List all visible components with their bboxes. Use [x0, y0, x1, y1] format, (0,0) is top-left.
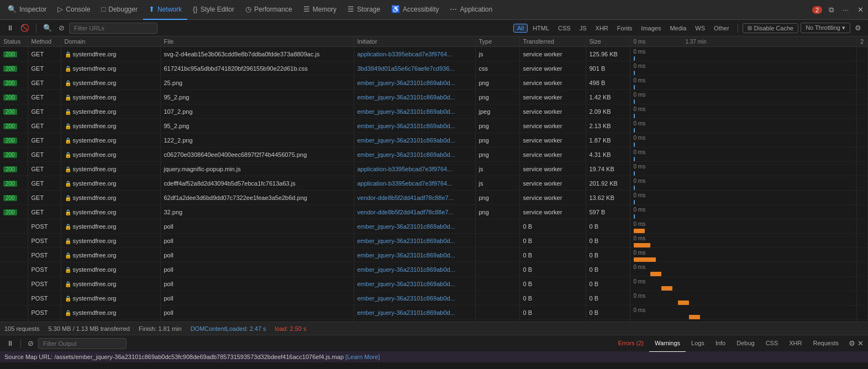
cell-domain: 🔒 systemdfree.org [61, 104, 160, 119]
table-row[interactable]: POST🔒 systemdfree.orgpollember_jquery-36… [0, 234, 868, 248]
tab-storage-label: Storage [357, 6, 380, 13]
cell-extra [857, 162, 868, 176]
disable-cache-button[interactable]: Disable Cache [743, 23, 799, 33]
table-row[interactable]: 200GET🔒 systemdfree.org107_2.pngember_jq… [0, 104, 868, 119]
console-tab-css[interactable]: CSS [760, 335, 784, 352]
cell-status [0, 248, 28, 262]
table-row[interactable]: POST🔒 systemdfree.orgpollember_jquery-36… [0, 305, 868, 320]
filter-media[interactable]: Media [666, 24, 690, 33]
console-tab-warnings[interactable]: Warnings [649, 335, 686, 352]
table-row[interactable]: 200GET🔒 systemdfree.org617241bc95a5dbbd7… [0, 61, 868, 76]
filter-urls-input[interactable] [69, 23, 157, 34]
filter-other[interactable]: Other [710, 24, 733, 33]
tab-debugger[interactable]: □ Debugger [96, 0, 143, 20]
network-table-container[interactable]: Status Method Domain File Initiator Type… [0, 36, 868, 321]
table-row[interactable]: POST🔒 systemdfree.orgpollember_jquery-36… [0, 277, 868, 291]
col-header-status[interactable]: Status [0, 36, 28, 47]
table-row[interactable]: 200GET🔒 systemdfree.org25.pngember_jquer… [0, 76, 868, 90]
table-row[interactable]: 200GET🔒 systemdfree.org95_2.pngember_jqu… [0, 90, 868, 104]
tab-performance-label: Performance [254, 6, 292, 13]
col-header-transferred[interactable]: Transferred [519, 36, 586, 47]
col-header-domain[interactable]: Domain [61, 36, 160, 47]
col-header-timeline[interactable]: 0 ms 1.37 min [630, 36, 857, 47]
learn-more-link[interactable]: [Learn More] [345, 354, 380, 360]
cell-type: png [475, 90, 519, 104]
cell-method: GET [28, 133, 61, 147]
filter-icon[interactable]: ⊘ [56, 23, 67, 33]
col-header-method[interactable]: Method [28, 36, 61, 47]
cell-domain: 🔒 systemdfree.org [61, 147, 160, 162]
tab-inspector[interactable]: 🔍 Inspector [2, 0, 52, 20]
console-tab-requests[interactable]: Requests [808, 335, 844, 352]
more-tools-button[interactable]: ··· [840, 4, 851, 15]
table-row[interactable]: 200GET🔒 systemdfree.orgjquery.magnific-p… [0, 162, 868, 176]
console-tab-logs[interactable]: Logs [686, 335, 710, 352]
table-row[interactable]: 200GET🔒 systemdfree.orgcdefff4af52a8d2d4… [0, 176, 868, 191]
tab-console[interactable]: ▷ Console [52, 0, 96, 20]
tab-storage[interactable]: ☰ Storage [342, 0, 386, 20]
table-row[interactable]: 200GET🔒 systemdfree.orgc06270e0308640ee0… [0, 147, 868, 162]
console-filter-icon[interactable]: ⊘ [25, 338, 36, 349]
cell-transferred: 0 B [519, 248, 586, 262]
tab-style-editor[interactable]: {} Style Editor [187, 0, 240, 20]
filter-js[interactable]: JS [576, 24, 591, 33]
console-tab-debug[interactable]: Debug [731, 335, 760, 352]
clear-button[interactable]: 🚫 [18, 23, 31, 33]
cell-status: 200 [0, 205, 28, 219]
cell-method: GET [28, 61, 61, 76]
filter-images[interactable]: Images [637, 24, 665, 33]
table-row[interactable]: POST🔒 systemdfree.orgpollember_jquery-36… [0, 291, 868, 305]
col-header-size[interactable]: Size [586, 36, 630, 47]
cell-method: GET [28, 147, 61, 162]
cell-file: 107_2.png [160, 104, 354, 119]
tab-accessibility[interactable]: ♿ Accessibility [386, 0, 444, 20]
filter-fonts[interactable]: Fonts [613, 24, 636, 33]
console-pause-button[interactable]: ⏸ [4, 338, 16, 349]
tab-application[interactable]: ⋯ Application [444, 0, 498, 20]
cell-status: 200 [0, 76, 28, 90]
cell-type: png [475, 133, 519, 147]
inspector-icon: 🔍 [8, 5, 17, 13]
table-row[interactable]: 200GET🔒 systemdfree.org95_2.pngember_jqu… [0, 119, 868, 133]
tab-performance[interactable]: ◷ Performance [240, 0, 298, 20]
console-tab-xhr[interactable]: XHR [783, 335, 807, 352]
cell-status: 200 [0, 191, 28, 205]
table-row[interactable]: POST🔒 systemdfree.orgpollember_jquery-36… [0, 248, 868, 262]
table-row[interactable]: POST🔒 systemdfree.orgpollember_jquery-36… [0, 262, 868, 277]
table-row[interactable]: 200GET🔒 systemdfree.org122_2.pngember_jq… [0, 133, 868, 147]
toolbar-separator-2 [738, 24, 738, 33]
col-header-initiator[interactable]: Initiator [354, 36, 475, 47]
table-row[interactable]: 200GET🔒 systemdfree.org62df1a2dee3d6bd9d… [0, 191, 868, 205]
col-header-file[interactable]: File [160, 36, 354, 47]
col-header-type[interactable]: Type [475, 36, 519, 47]
filter-all[interactable]: All [513, 24, 528, 33]
filter-xhr[interactable]: XHR [592, 24, 612, 33]
throttle-button[interactable]: No Throttling ▾ [801, 23, 850, 33]
col-header-extra[interactable]: 2 [857, 36, 868, 47]
table-row[interactable]: 200GET🔒 systemdfree.orgsvg-2-d4eab15e3b0… [0, 47, 868, 61]
filter-css[interactable]: CSS [554, 24, 575, 33]
console-tab-info[interactable]: Info [710, 335, 731, 352]
close-devtools-button[interactable]: ✕ [855, 4, 866, 15]
filter-output-input[interactable] [38, 338, 127, 349]
search-button[interactable]: 🔍 [41, 23, 54, 33]
filter-html[interactable]: HTML [529, 24, 553, 33]
pause-recording-button[interactable]: ⏸ [4, 23, 16, 33]
tab-memory[interactable]: ☰ Memory [298, 0, 342, 20]
cell-transferred: service worker [519, 133, 586, 147]
cell-domain: 🔒 systemdfree.org [61, 119, 160, 133]
filter-ws[interactable]: WS [691, 24, 709, 33]
cell-transferred: 0 B [519, 219, 586, 234]
storage-icon: ☰ [348, 5, 354, 13]
settings-icon[interactable]: ⚙ [853, 23, 864, 33]
table-row[interactable]: 200GET🔒 systemdfree.org32.pngvendor-dde8… [0, 205, 868, 219]
cell-timeline: 0 ms [630, 277, 857, 291]
console-close-button[interactable]: ✕ [858, 339, 864, 347]
cell-initiator: vendor-dde8b5f2dd41adf78c88e7... [354, 205, 475, 219]
console-tab-errors[interactable]: Errors (2) [613, 335, 649, 352]
responsive-design-button[interactable]: ⧉ [827, 4, 836, 15]
cell-file: poll [160, 219, 354, 234]
table-row[interactable]: POST🔒 systemdfree.orgpollember_jquery-36… [0, 219, 868, 234]
console-settings-button[interactable]: ⚙ [849, 339, 855, 347]
tab-network[interactable]: ⬆ Network [143, 0, 187, 20]
